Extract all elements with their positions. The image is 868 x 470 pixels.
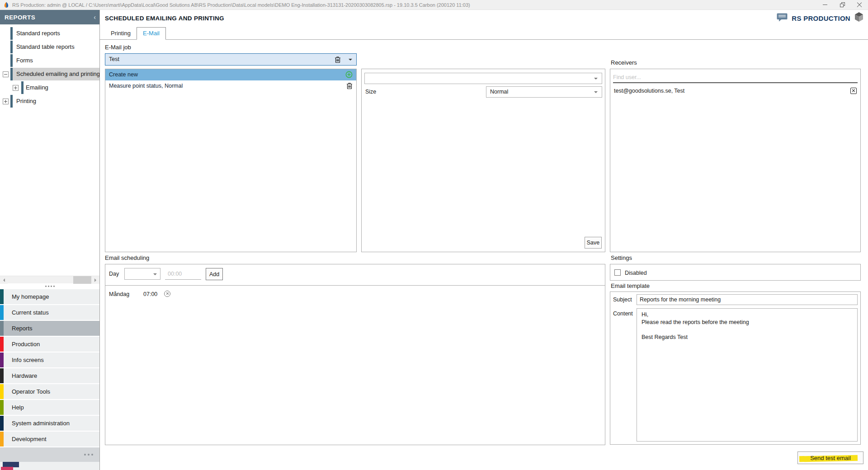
email-job-label: E-Mail job (105, 44, 131, 51)
chevron-down-icon (594, 78, 598, 81)
nav-color-bar (0, 289, 4, 304)
tab-printing[interactable]: Printing (105, 28, 137, 39)
receiver-value: test@goodsolutions.se, Test (614, 88, 684, 94)
chevron-down-icon[interactable] (349, 59, 352, 62)
receiver-row: test@goodsolutions.se, Test (614, 86, 857, 95)
sidebar: REPORTS ‹ Standard reports Standard tabl… (0, 10, 100, 470)
tab-email[interactable]: E-Mail (137, 27, 166, 40)
divider (105, 285, 605, 286)
remove-receiver-icon[interactable] (850, 88, 857, 94)
scroll-right-icon[interactable] (92, 276, 99, 284)
add-job-icon[interactable] (345, 71, 353, 80)
nav-color-bar (0, 400, 4, 415)
send-test-email-button[interactable]: Send test email (797, 451, 863, 464)
tree-item-bar (10, 95, 13, 108)
cube-logo-icon (854, 12, 863, 24)
email-template-panel: Subject Content Hi, Please read the repo… (610, 291, 861, 445)
app-icon (3, 2, 9, 8)
save-button[interactable]: Save (585, 237, 602, 249)
report-select[interactable] (364, 73, 602, 84)
nav-item-help[interactable]: Help (0, 400, 99, 415)
tree-item-emailing[interactable]: Emailing (0, 81, 99, 94)
email-scheduling-panel: Day Add Måndag 07:00 (105, 264, 605, 445)
subject-input[interactable] (637, 294, 858, 305)
find-user-input[interactable] (613, 72, 858, 83)
sidebar-header: REPORTS ‹ (0, 10, 99, 24)
tree-item-bar (10, 68, 13, 80)
chat-icon[interactable] (777, 13, 788, 24)
disabled-checkbox-label: Disabled (625, 270, 647, 276)
subject-label: Subject (613, 296, 632, 303)
nav-item-development[interactable]: Development (0, 432, 99, 446)
day-label: Day (109, 271, 119, 277)
nav-item-current-status[interactable]: Current status (0, 305, 99, 320)
minimize-button[interactable] (816, 0, 834, 10)
sidebar-collapse-icon[interactable]: ‹ (94, 14, 96, 21)
email-template-label: Email template (611, 282, 650, 289)
nav-color-bar (0, 416, 4, 431)
disabled-checkbox[interactable] (614, 269, 621, 276)
job-row-measure-point-status[interactable]: Measure point status, Normal (105, 80, 356, 92)
email-job-selected-value: Test (105, 54, 356, 65)
nav-item-my-homepage[interactable]: My homepage (0, 289, 99, 304)
add-schedule-button[interactable]: Add (206, 268, 223, 280)
nav-color-bar (0, 321, 4, 336)
schedule-entry-time: 07:00 (143, 291, 157, 297)
nav-item-info-screens[interactable]: Info screens (0, 352, 99, 367)
receivers-label: Receivers (611, 59, 637, 66)
brand-name: RS PRODUCTION (792, 14, 850, 22)
day-select[interactable] (124, 268, 160, 280)
collapse-expander-icon[interactable] (3, 71, 9, 77)
brand-area: RS PRODUCTION (777, 10, 863, 26)
nav-item-operator-tools[interactable]: Operator Tools (0, 384, 99, 399)
job-row-create-new[interactable]: Create new (105, 69, 356, 80)
expand-expander-icon[interactable] (3, 99, 9, 104)
tree-item-printing[interactable]: Printing (0, 95, 99, 108)
nav-item-hardware[interactable]: Hardware (0, 368, 99, 383)
minimize-icon (823, 5, 827, 5)
sidebar-bottom-strip (0, 462, 99, 470)
sidebar-splitter[interactable] (0, 283, 99, 289)
nav-item-system-administration[interactable]: System administration (0, 416, 99, 431)
tree-item-bar (21, 81, 24, 94)
nav-color-bar (0, 432, 4, 446)
email-scheduling-label: Email scheduling (105, 254, 149, 261)
restore-button[interactable] (834, 0, 851, 10)
size-select-value: Normal (486, 87, 602, 97)
tree-item-forms[interactable]: Forms (0, 54, 99, 67)
nav-item-reports[interactable]: Reports (0, 321, 99, 336)
close-button[interactable] (851, 0, 868, 10)
chevron-down-icon (153, 273, 157, 277)
size-select[interactable]: Normal (486, 86, 602, 98)
job-editor-panel: Size Normal Save (361, 69, 605, 252)
nav-overflow-button[interactable] (0, 447, 99, 462)
remove-schedule-icon[interactable] (164, 291, 170, 297)
scroll-left-icon[interactable] (0, 276, 8, 284)
delete-job-row-icon[interactable] (346, 82, 353, 91)
sidebar-title: REPORTS (5, 14, 94, 21)
expand-expander-icon[interactable] (13, 85, 19, 91)
nav-color-bar (0, 337, 4, 352)
tree-item-bar (10, 54, 13, 67)
receivers-panel: test@goodsolutions.se, Test (610, 69, 861, 252)
page-title: SCHEDULED EMAILING AND PRINTING (105, 10, 224, 26)
job-list: Create new Measure point status, Normal (105, 69, 357, 252)
content-label: Content (613, 310, 633, 317)
time-input[interactable] (165, 268, 201, 280)
status-flag-icon (1, 467, 13, 470)
tree-item-scheduled-emailing-and-printing[interactable]: Scheduled emailing and printing (0, 68, 99, 80)
delete-job-icon[interactable] (335, 56, 341, 65)
tree-horizontal-scrollbar[interactable] (0, 276, 99, 283)
close-icon (857, 2, 862, 8)
main-navigation: My homepage Current status Reports Produ… (0, 289, 99, 447)
tree-item-standard-reports[interactable]: Standard reports (0, 27, 99, 40)
content-textarea[interactable]: Hi, Please read the reports before the m… (637, 308, 858, 442)
settings-panel: Disabled (610, 264, 861, 281)
schedule-entry-day: Måndag (109, 291, 129, 297)
tree-item-bar (10, 41, 13, 53)
nav-item-production[interactable]: Production (0, 337, 99, 352)
email-job-combobox[interactable]: Test (105, 53, 357, 66)
tree-item-standard-table-reports[interactable]: Standard table reports (0, 41, 99, 53)
scrollbar-thumb[interactable] (73, 276, 91, 284)
size-label: Size (365, 89, 376, 95)
